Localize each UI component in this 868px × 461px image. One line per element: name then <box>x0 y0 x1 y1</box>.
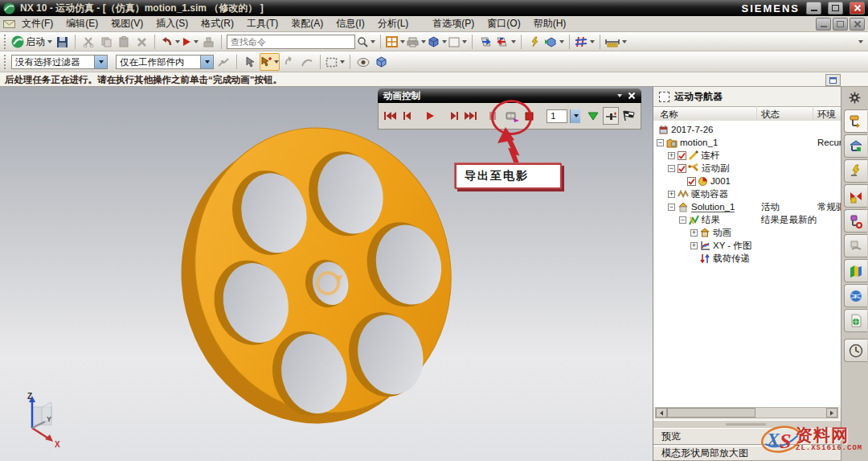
restore-button[interactable] <box>828 2 843 14</box>
measure-button[interactable] <box>605 34 627 50</box>
return-environment-button[interactable] <box>495 34 516 50</box>
assembly-constraints-button[interactable] <box>575 34 595 50</box>
window-layout-button[interactable] <box>386 34 405 50</box>
step-forward-button[interactable] <box>447 108 461 124</box>
frame-spinner[interactable]: 1 <box>547 109 567 123</box>
delete-button[interactable] <box>133 34 149 50</box>
general-selection-button[interactable] <box>242 54 258 70</box>
menu-insert[interactable]: 插入(S) <box>149 17 194 31</box>
collapse-icon[interactable] <box>668 165 675 172</box>
highlight-toggle-button[interactable] <box>355 54 371 70</box>
expand-icon[interactable] <box>690 242 698 249</box>
message-bar-popup-button[interactable] <box>825 74 841 86</box>
tab-simulation-navigator[interactable] <box>844 184 867 208</box>
designate-result-button[interactable] <box>586 108 600 124</box>
column-name[interactable]: 名称 <box>660 109 678 121</box>
tree-row-solution[interactable]: Solution_1 活动 常规驱 <box>653 200 841 213</box>
command-finder-input[interactable] <box>227 35 355 49</box>
rotate-select-button[interactable] <box>281 54 297 70</box>
child-close-button[interactable] <box>850 18 865 31</box>
scrollbar-thumb[interactable] <box>667 408 755 418</box>
solid-cube-button[interactable] <box>373 54 389 70</box>
tab-web-browser[interactable]: i <box>844 284 867 307</box>
tree-row-j001[interactable]: J001 <box>653 175 841 187</box>
dropdown-button[interactable] <box>200 56 213 68</box>
menu-analysis[interactable]: 分析(L) <box>371 17 416 31</box>
step-back-button[interactable] <box>400 108 415 124</box>
view-orient-button[interactable] <box>428 34 447 50</box>
menu-information[interactable]: 信息(I) <box>330 17 371 31</box>
tree-row-joints[interactable]: 运动副 <box>653 162 841 175</box>
frame-dropdown-button[interactable] <box>570 109 580 123</box>
menu-view[interactable]: 视图(V) <box>104 17 149 31</box>
snap-point-button[interactable] <box>215 54 231 70</box>
tree-row-drivers[interactable]: 驱动容器 <box>653 187 841 200</box>
toolbar-overflow-icon[interactable] <box>858 40 863 43</box>
animation-slider-button[interactable] <box>603 107 619 125</box>
curve-select-button[interactable] <box>299 54 315 70</box>
toolbar-grip[interactable] <box>4 35 8 49</box>
tab-history[interactable] <box>844 339 867 362</box>
collapse-icon[interactable] <box>679 216 686 224</box>
close-button[interactable] <box>850 2 865 14</box>
copy-button[interactable] <box>98 34 114 50</box>
navigator-horizontal-scrollbar[interactable] <box>655 407 838 418</box>
expand-icon[interactable] <box>668 152 675 159</box>
tree-row-links[interactable]: 连杆 <box>653 149 841 162</box>
print-button[interactable] <box>407 34 426 50</box>
menu-preferences[interactable]: 首选项(P) <box>426 17 481 31</box>
checkbox-checked-icon[interactable] <box>678 164 686 173</box>
checkbox-checked-icon[interactable] <box>687 177 696 186</box>
repeat-command-button[interactable] <box>200 34 216 50</box>
wheel-model[interactable] <box>0 87 653 461</box>
tree-row-animation[interactable]: 动画 <box>653 226 841 239</box>
paste-button[interactable] <box>116 34 132 50</box>
highlighted-selection-button[interactable] <box>260 53 280 71</box>
menu-edit[interactable]: 编辑(E) <box>59 17 104 31</box>
dialog-close-icon[interactable] <box>628 93 636 100</box>
graphics-viewport[interactable]: Z X Y MODEL_1 工作 <box>0 87 653 461</box>
collapse-icon[interactable] <box>668 204 675 211</box>
enter-modeling-button[interactable] <box>477 34 493 50</box>
marquee-select-button[interactable] <box>326 54 345 70</box>
tab-assembly-navigator[interactable] <box>844 134 867 158</box>
start-menu-button[interactable]: 启动 <box>11 34 52 50</box>
tree-row-motion[interactable]: motion_1 RecurD <box>653 136 841 149</box>
menu-format[interactable]: 格式(R) <box>194 17 240 31</box>
play-button[interactable] <box>424 108 438 124</box>
menu-window[interactable]: 窗口(O) <box>481 17 526 31</box>
scroll-right-button[interactable] <box>826 408 837 418</box>
menu-file[interactable]: 文件(F) <box>15 17 59 31</box>
child-restore-button[interactable] <box>833 18 848 31</box>
child-minimize-button[interactable] <box>816 18 831 31</box>
menu-help[interactable]: 帮助(H) <box>527 17 573 31</box>
dialog-menu-icon[interactable] <box>617 94 622 97</box>
tab-visual-reports[interactable] <box>844 259 867 282</box>
tree-row-xy-graphing[interactable]: XY - 作图 <box>653 239 841 252</box>
go-to-end-button[interactable] <box>464 108 478 124</box>
tab-reuse-library[interactable] <box>844 234 867 257</box>
toolbar-grip[interactable] <box>4 55 8 69</box>
minimize-button[interactable] <box>806 2 821 14</box>
spark-tool-button[interactable] <box>526 34 542 50</box>
save-button[interactable] <box>54 34 70 50</box>
menu-tools[interactable]: 工具(T) <box>240 17 285 31</box>
display-style-button[interactable] <box>448 34 467 50</box>
show-hide-button[interactable] <box>544 34 564 50</box>
redo-button[interactable] <box>182 34 199 50</box>
selection-filter-dropdown[interactable]: 没有选择过滤器 <box>11 55 108 69</box>
undo-button[interactable] <box>160 34 180 50</box>
go-to-start-button[interactable] <box>383 108 398 124</box>
scroll-left-button[interactable] <box>656 408 667 418</box>
selection-scope-dropdown[interactable]: 仅在工作部件内 <box>116 55 214 69</box>
navigator-dock-icon[interactable] <box>659 92 669 102</box>
tree-row-date[interactable]: 2017-7-26 <box>653 123 841 136</box>
menu-assemblies[interactable]: 装配(A) <box>285 17 330 31</box>
command-finder-button[interactable] <box>357 34 375 50</box>
tree-row-results[interactable]: 结果 结果是最新的 <box>653 213 841 226</box>
resource-bar-options-button[interactable] <box>841 87 868 108</box>
checkbox-checked-icon[interactable] <box>678 151 686 160</box>
tab-motion-navigator[interactable] <box>844 109 867 133</box>
expand-icon[interactable] <box>668 191 675 198</box>
collapse-icon[interactable] <box>657 139 664 146</box>
